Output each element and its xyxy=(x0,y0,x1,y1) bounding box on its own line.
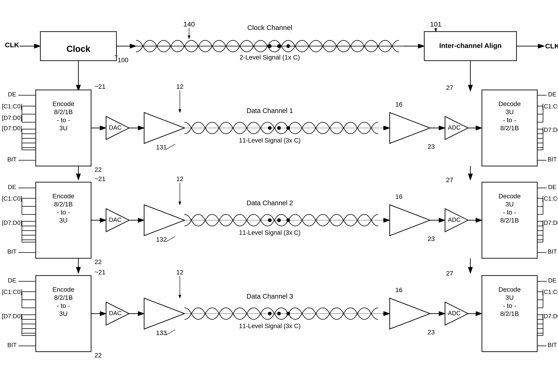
ref-27-1: 27 xyxy=(446,84,453,91)
ref-23-3: 23 xyxy=(427,329,435,336)
port-d7d0-label-1-left: [D7:D0] xyxy=(2,125,22,132)
ref-22-2: 22 xyxy=(95,258,102,265)
svg-point-112 xyxy=(277,312,281,315)
port-c1c0-3-right: [C1:C0] xyxy=(542,288,558,295)
ref-12-2: 12 xyxy=(176,175,183,183)
encode-3u-1: 3U xyxy=(59,124,68,132)
clock-block-label: Clock xyxy=(66,44,90,54)
encode-label-1: Encode xyxy=(52,100,74,107)
decode-label-2: Decode xyxy=(498,192,521,200)
data-signal-2-label: 11-Level Signal (3x C) xyxy=(239,229,300,236)
port-bit-2-right: BIT xyxy=(548,248,557,255)
svg-point-33 xyxy=(277,126,281,130)
clk-input-left: CLK xyxy=(5,41,19,49)
ref-23-1: 23 xyxy=(427,143,435,150)
decode-3u-2: 3U xyxy=(506,200,514,208)
clock-channel-label: Clock Channel xyxy=(247,24,292,31)
ref-133: 133 xyxy=(156,329,167,336)
svg-point-72 xyxy=(268,218,272,222)
port-de-3-right: DE xyxy=(548,277,556,284)
ref-131: 131 xyxy=(156,144,167,151)
decode-label-1: Decode xyxy=(498,100,521,107)
ref-100: 100 xyxy=(118,56,128,64)
data-signal-3-label: 11-Level Signal (3x C) xyxy=(239,322,300,330)
port-d7d0-3-left: [D7:D0] xyxy=(2,313,22,320)
decode-3u-3: 3U xyxy=(506,294,514,301)
adc-label-2: ADC xyxy=(448,216,461,223)
decode-type-3: 8/2/1B xyxy=(500,310,519,317)
svg-point-6 xyxy=(277,44,281,48)
ref-27-2: 27 xyxy=(446,176,453,183)
decode-type-2: 8/2/1B xyxy=(500,217,519,224)
encode-label-3: Encode xyxy=(52,286,74,293)
encode-3u-2: 3U xyxy=(59,217,68,224)
rx-amp-3 xyxy=(390,298,430,329)
decode-dash-2: - to - xyxy=(503,209,516,216)
ref-12-1: 12 xyxy=(176,83,183,90)
ref-23-2: 23 xyxy=(427,235,435,242)
ref-22-3: 22 xyxy=(95,352,102,359)
svg-point-7 xyxy=(286,44,290,48)
port-c1c0-2-left: [C1:C0] xyxy=(2,195,22,202)
port-d7d0-3-right: [D7:D0] xyxy=(542,313,558,320)
data-channel-1-label: Data Channel 1 xyxy=(246,107,293,114)
encode-type-2: 8/2/1B xyxy=(54,200,73,208)
port-d7d0-2-left: [D7:D0] xyxy=(2,219,22,226)
port-bit-1-right: BIT xyxy=(548,156,557,163)
svg-point-5 xyxy=(268,44,272,48)
svg-point-74 xyxy=(286,218,290,222)
svg-line-109 xyxy=(166,330,175,335)
svg-line-30 xyxy=(166,144,175,149)
decode-3u-1: 3U xyxy=(506,108,514,115)
ref-140: 140 xyxy=(183,20,195,28)
port-bit-3-left: BIT xyxy=(7,341,17,348)
port-d7d0-1-left: [D7:D0] xyxy=(2,114,22,121)
ref-27-3: 27 xyxy=(446,270,453,277)
tx-amp-3 xyxy=(144,298,184,329)
ref-16-2: 16 xyxy=(395,193,402,200)
port-bit-3-right: BIT xyxy=(548,341,557,348)
svg-point-34 xyxy=(286,126,290,130)
data-channel-2-label: Data Channel 2 xyxy=(246,199,293,207)
dac-label-3: DAC xyxy=(109,310,122,317)
data-channel-3-label: Data Channel 3 xyxy=(246,293,293,300)
encode-type-1: 8/2/1B xyxy=(54,108,73,115)
rx-amp-1 xyxy=(390,113,430,143)
port-c1c0-2-right: [C1:C0] xyxy=(542,195,558,202)
clock-signal-label: 2-Level Signal (1x C) xyxy=(240,54,300,61)
encode-3u-3: 3U xyxy=(59,310,68,317)
data-signal-1-label: 11-Level Signal (3x C) xyxy=(239,137,300,144)
port-bit-1-left: BIT xyxy=(7,156,17,163)
decode-label-3: Decode xyxy=(498,286,521,293)
encode-label-2: Encode xyxy=(52,192,74,200)
svg-line-70 xyxy=(166,236,175,242)
encode-dash-2: - to - xyxy=(57,209,70,216)
ref-132: 132 xyxy=(156,236,167,243)
encode-type-3: 8/2/1B xyxy=(54,294,73,301)
ref-22-1: 22 xyxy=(95,166,102,173)
decode-dash-1: - to - xyxy=(503,116,516,124)
ref-21-3: ~21 xyxy=(95,269,106,276)
port-c1c0-1-left: [C1:C0] xyxy=(2,103,22,110)
tx-amp-2 xyxy=(144,205,184,236)
port-de-1-right: DE xyxy=(548,91,556,98)
svg-point-73 xyxy=(277,218,281,222)
adc-label-1: ADC xyxy=(448,124,461,131)
ref-16-1: 16 xyxy=(395,101,402,108)
adc-label-3: ADC xyxy=(448,310,461,317)
interchannel-label: Inter-channel Align xyxy=(439,42,502,49)
clk-output-right: CLK xyxy=(545,42,558,50)
port-de-1-left: DE xyxy=(8,91,16,98)
encode-dash-1: - to - xyxy=(57,116,70,124)
ref-12-3: 12 xyxy=(176,269,183,276)
port-de-3-left: DE xyxy=(8,277,16,284)
tilde-100: ~ xyxy=(114,52,118,60)
port-bit-2-left: BIT xyxy=(7,248,17,255)
dac-label-1: DAC xyxy=(109,124,122,131)
encode-dash-3: - to - xyxy=(57,302,70,309)
tx-amp-1 xyxy=(144,113,184,143)
svg-point-32 xyxy=(268,126,272,130)
port-d7d0-2-right: [D7:D0] xyxy=(542,219,558,226)
port-c1c0-1-right: [C1:C0] xyxy=(542,103,558,110)
port-de-2-left: DE xyxy=(8,183,16,191)
